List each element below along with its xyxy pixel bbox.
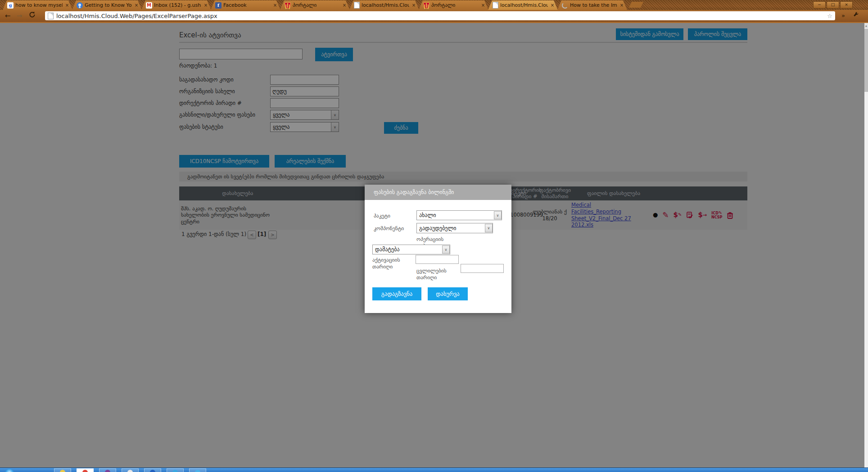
tab-google-search[interactable]: g how to know myself - Goo ×	[3, 0, 72, 10]
tab-portal-1[interactable]: პორტალი ×	[280, 0, 350, 10]
tab-getting-to-know[interactable]: Getting to Know Yourself, ×	[72, 0, 142, 10]
tab-how-to-image[interactable]: How to take the Image of ×	[557, 0, 627, 10]
windows-taskbar	[0, 467, 868, 472]
taskbar-app-icon[interactable]	[189, 468, 206, 472]
select-value: ახალი	[419, 212, 494, 218]
tab-facebook[interactable]: f Facebook ×	[211, 0, 280, 10]
loading-spinner-icon	[562, 2, 568, 9]
page-icon	[493, 2, 498, 9]
select-value: დამატება	[375, 246, 442, 253]
tab-title: პორტალი	[431, 2, 479, 8]
gmail-icon: M	[146, 2, 152, 9]
start-orb-icon[interactable]	[5, 469, 14, 472]
page-viewport: Excel-ის ატვირთვა სისტემიდან გამოსვლა პა…	[0, 23, 868, 467]
dropdown-arrow-icon[interactable]: ∨	[494, 211, 502, 219]
georgia-crest-icon	[423, 2, 429, 9]
tab-close-icon[interactable]: ×	[203, 3, 208, 8]
taskbar-app-icon[interactable]	[144, 468, 161, 472]
modal-body: პაკეტი ახალი ∨ კომპონენტი გადაუდებელი ∨ …	[365, 200, 511, 313]
tab-close-icon[interactable]: ×	[480, 3, 486, 8]
taskbar-app-icon[interactable]	[99, 468, 116, 472]
tab-title: პორტალი	[293, 2, 340, 8]
change-date-label: ცვლილების თარიღი	[416, 268, 455, 281]
tab-title: localhost/Hmis.Cloud.We	[362, 2, 409, 8]
taskbar-app-icon[interactable]	[167, 468, 184, 472]
forward-icon[interactable]: →	[14, 11, 24, 21]
person-icon	[77, 2, 83, 9]
taskbar-app-icon[interactable]	[54, 468, 71, 472]
tab-title: Facebook	[223, 2, 271, 8]
select-value: გადაუდებელი	[419, 225, 485, 231]
dropdown-arrow-icon[interactable]: ∨	[442, 245, 450, 254]
reload-icon[interactable]	[27, 11, 37, 21]
tab-close-icon[interactable]: ×	[619, 3, 624, 8]
window-minimize-button[interactable]: −	[813, 1, 826, 9]
tab-localhost-active[interactable]: localhost/Hmis.Cloud.We ×	[488, 0, 558, 10]
change-date-input[interactable]	[461, 264, 504, 273]
tab-close-icon[interactable]: ×	[342, 3, 347, 8]
activation-date-label: აქტივაციის თარიღი	[372, 257, 413, 270]
tab-title: How to take the Image of	[570, 2, 617, 8]
bookmark-star-icon[interactable]: ☆	[827, 13, 832, 19]
window-maximize-button[interactable]: □	[827, 1, 839, 9]
tab-close-icon[interactable]: ×	[134, 3, 139, 8]
extensions-overflow-icon[interactable]: »	[838, 11, 848, 21]
operation-type-select[interactable]: დამატება ∨	[372, 245, 450, 254]
wrench-menu-icon[interactable]	[851, 11, 861, 21]
taskbar-app-icon[interactable]	[122, 468, 139, 472]
desktop-screenshot: g how to know myself - Goo × Getting to …	[0, 0, 868, 472]
activation-date-input[interactable]	[416, 255, 459, 264]
component-label: კომპონენტი	[374, 225, 404, 232]
tab-title: Getting to Know Yourself,	[85, 2, 132, 8]
tab-close-icon[interactable]: ×	[411, 3, 416, 8]
tab-close-icon[interactable]: ×	[550, 3, 555, 8]
tab-title: localhost/Hmis.Cloud.We	[500, 2, 548, 8]
page-icon	[354, 2, 360, 9]
google-icon: g	[7, 2, 14, 9]
url-text[interactable]: localhost/Hmis.Cloud.Web/Pages/ExcelPars…	[56, 13, 824, 19]
modal-send-button[interactable]: გადაგზავნა	[372, 287, 421, 300]
dropdown-arrow-icon[interactable]: ∨	[485, 224, 493, 232]
taskbar-app-icon[interactable]	[77, 468, 94, 472]
modal-title-bar[interactable]: ფასების გადაგზავნა ბილინგში	[365, 185, 511, 200]
georgia-crest-icon	[285, 2, 291, 9]
send-prices-modal: ფასების გადაგზავნა ბილინგში პაკეტი ახალი…	[365, 185, 511, 313]
window-close-button[interactable]: ×	[840, 1, 853, 9]
facebook-icon: f	[215, 2, 222, 9]
package-select[interactable]: ახალი ∨	[416, 210, 502, 220]
vertical-scrollbar[interactable]: ▲	[864, 23, 868, 467]
component-select[interactable]: გადაუდებელი ∨	[416, 223, 493, 233]
scroll-up-icon[interactable]: ▲	[864, 23, 868, 28]
modal-close-button[interactable]: დახურვა	[428, 287, 468, 300]
tab-title: Inbox (152) - g.usharauli@	[154, 2, 201, 8]
scrollbar-thumb[interactable]	[864, 29, 868, 92]
tab-close-icon[interactable]: ×	[64, 3, 70, 8]
back-icon[interactable]: ←	[3, 11, 13, 21]
address-bar[interactable]: localhost/Hmis.Cloud.Web/Pages/ExcelPars…	[45, 11, 835, 20]
tab-close-icon[interactable]: ×	[272, 3, 278, 8]
tab-gmail-inbox[interactable]: M Inbox (152) - g.usharauli@ ×	[141, 0, 211, 10]
package-label: პაკეტი	[374, 213, 390, 219]
tab-localhost-1[interactable]: localhost/Hmis.Cloud.We ×	[349, 0, 419, 10]
tab-portal-2[interactable]: პორტალი ×	[419, 0, 488, 10]
page-icon	[48, 13, 54, 19]
tab-title: how to know myself - Goo	[15, 2, 63, 8]
